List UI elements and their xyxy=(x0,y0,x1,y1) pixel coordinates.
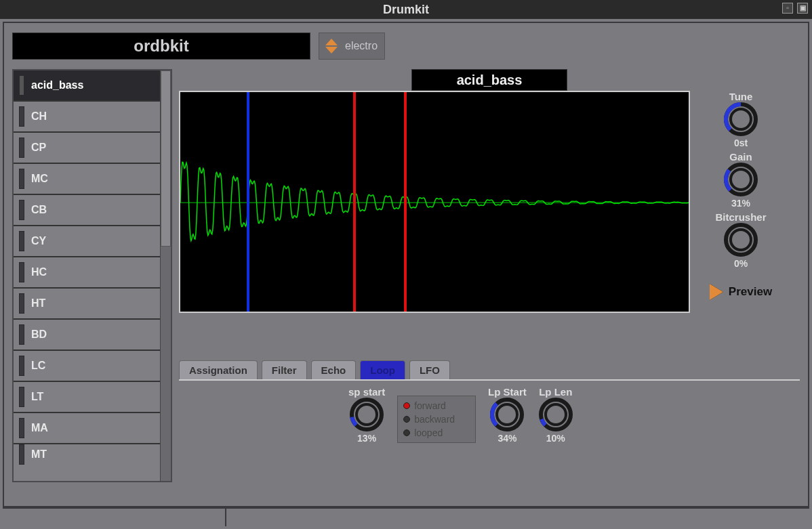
sample-name-display[interactable]: acid_bass xyxy=(411,69,567,91)
sidebar-item-cb[interactable]: CB xyxy=(14,195,160,226)
window-controls: ▫ ▣ xyxy=(782,3,808,14)
preset-spinner[interactable] xyxy=(323,36,340,56)
sidebar-item-ch[interactable]: CH xyxy=(14,102,160,133)
arrow-down-icon[interactable] xyxy=(325,47,338,54)
sample-list[interactable]: acid_bassCHCPMCCBCYHCHTBDLCLTMAMT xyxy=(14,70,160,481)
direction-radiogroup[interactable]: forwardbackwardlooped xyxy=(397,396,476,443)
sidebar-item-label: CH xyxy=(31,110,47,123)
sidebar-item-label: CB xyxy=(31,204,47,216)
tab-assignation[interactable]: Assignation xyxy=(179,360,258,379)
titlebar[interactable]: Drumkit ▫ ▣ xyxy=(0,0,812,19)
sidebar-item-label: LC xyxy=(31,360,45,372)
preview-button[interactable]: Preview xyxy=(710,284,772,300)
kit-name-text: ordbkit xyxy=(134,37,188,56)
bitcrusher-value: 0% xyxy=(734,258,748,269)
bitcrusher-knob[interactable] xyxy=(724,223,758,257)
direction-option-forward[interactable]: forward xyxy=(403,400,455,411)
radio-label: looped xyxy=(414,427,443,438)
lp-start-value: 34% xyxy=(498,433,516,444)
kit-name-display[interactable]: ordbkit xyxy=(12,33,310,60)
sidebar-item-label: CY xyxy=(31,235,46,247)
main-area: acid_bass Tune xyxy=(179,69,800,482)
bitcrusher-label: Bitcrusher xyxy=(715,211,766,223)
start-marker[interactable] xyxy=(247,92,249,312)
sidebar-item-label: LT xyxy=(31,391,43,403)
sp-start-value: 13% xyxy=(357,433,376,444)
lp-start-knob[interactable] xyxy=(490,398,524,431)
sp-start-label: sp start xyxy=(348,386,385,398)
sidebar-item-label: MC xyxy=(31,173,48,185)
window-maximize-button[interactable]: ▣ xyxy=(797,3,808,14)
loop-end-marker[interactable] xyxy=(404,92,407,312)
sidebar-item-cy[interactable]: CY xyxy=(14,226,160,257)
sidebar-item-label: HT xyxy=(31,297,45,310)
radio-label: forward xyxy=(414,400,446,411)
gain-label: Gain xyxy=(729,151,752,163)
svg-point-8 xyxy=(357,404,377,425)
sidebar-item-mc[interactable]: MC xyxy=(14,164,160,195)
loop-panel: sp start 13% forwardbackwardlooped Lp St… xyxy=(179,381,800,444)
preview-label: Preview xyxy=(729,285,772,299)
sp-start-knob[interactable] xyxy=(350,398,384,431)
svg-point-6 xyxy=(731,230,751,250)
svg-point-4 xyxy=(731,169,751,190)
svg-point-12 xyxy=(546,404,566,425)
lp-start-block: Lp Start 34% xyxy=(488,386,527,444)
lp-len-knob[interactable] xyxy=(539,398,573,431)
direction-option-backward[interactable]: backward xyxy=(403,414,455,425)
radio-dot-icon xyxy=(403,429,410,436)
sample-header: acid_bass xyxy=(179,69,800,91)
tab-bar: AssignationFilterEchoLoopLFO xyxy=(179,360,800,381)
bitcrusher-knob-block: Bitcrusher 0% xyxy=(715,211,766,269)
preset-label: electro xyxy=(345,40,378,52)
tune-value: 0st xyxy=(734,137,748,148)
play-icon xyxy=(710,284,723,300)
sidebar-item-bd[interactable]: BD xyxy=(14,320,160,351)
sidebar-item-acid_bass[interactable]: acid_bass xyxy=(14,70,160,102)
waveform-svg xyxy=(180,92,689,313)
gain-knob-block: Gain 31% xyxy=(724,151,758,209)
sidebar-item-ma[interactable]: MA xyxy=(14,413,160,444)
gain-knob[interactable] xyxy=(724,163,758,196)
sidebar-item-hc[interactable]: HC xyxy=(14,257,160,289)
scrollbar-thumb[interactable] xyxy=(161,70,171,247)
status-segment xyxy=(3,509,226,526)
tab-echo[interactable]: Echo xyxy=(311,360,357,379)
middle-row: acid_bassCHCPMCCBCYHCHTBDLCLTMAMT acid_b… xyxy=(12,69,800,482)
tune-knob[interactable] xyxy=(724,102,758,136)
svg-point-10 xyxy=(497,404,517,425)
lp-len-block: Lp Len 10% xyxy=(539,386,573,444)
window-minimize-button[interactable]: ▫ xyxy=(782,3,793,14)
arrow-up-icon[interactable] xyxy=(325,39,338,45)
knob-column: Tune 0st Gain 31% xyxy=(697,91,785,313)
sidebar-item-lt[interactable]: LT xyxy=(14,382,160,413)
sidebar-item-label: MA xyxy=(31,422,48,434)
tab-filter[interactable]: Filter xyxy=(262,360,307,379)
radio-label: backward xyxy=(414,414,455,425)
lp-len-label: Lp Len xyxy=(539,386,572,398)
main-frame: ordbkit electro acid_bassCHCPMCCBCYHCHTB… xyxy=(3,22,809,507)
sidebar-item-ht[interactable]: HT xyxy=(14,289,160,320)
sp-start-block: sp start 13% xyxy=(348,386,385,444)
sidebar-item-mt[interactable]: MT xyxy=(14,444,160,465)
status-bar xyxy=(3,507,809,526)
direction-option-looped[interactable]: looped xyxy=(403,427,455,438)
loop-start-marker[interactable] xyxy=(353,92,356,312)
waveform-display[interactable] xyxy=(179,91,690,313)
radio-dot-icon xyxy=(403,416,410,423)
preset-selector[interactable]: electro xyxy=(319,33,385,60)
radio-dot-icon xyxy=(403,402,410,409)
outer-frame: ordbkit electro acid_bassCHCPMCCBCYHCHTB… xyxy=(0,19,812,529)
header-row: ordbkit electro xyxy=(12,33,800,60)
tab-lfo[interactable]: LFO xyxy=(409,360,450,379)
sidebar-item-lc[interactable]: LC xyxy=(14,351,160,382)
tab-loop[interactable]: Loop xyxy=(360,360,405,379)
svg-point-2 xyxy=(731,109,751,129)
sample-name-text: acid_bass xyxy=(457,72,523,88)
sidebar-item-cp[interactable]: CP xyxy=(14,133,160,164)
sidebar-item-label: acid_bass xyxy=(31,79,83,91)
sidebar-scrollbar[interactable] xyxy=(160,70,171,481)
sidebar-item-label: CP xyxy=(31,142,46,154)
sidebar-item-label: BD xyxy=(31,329,47,341)
app-window: Drumkit ▫ ▣ ordbkit electro xyxy=(0,0,812,529)
